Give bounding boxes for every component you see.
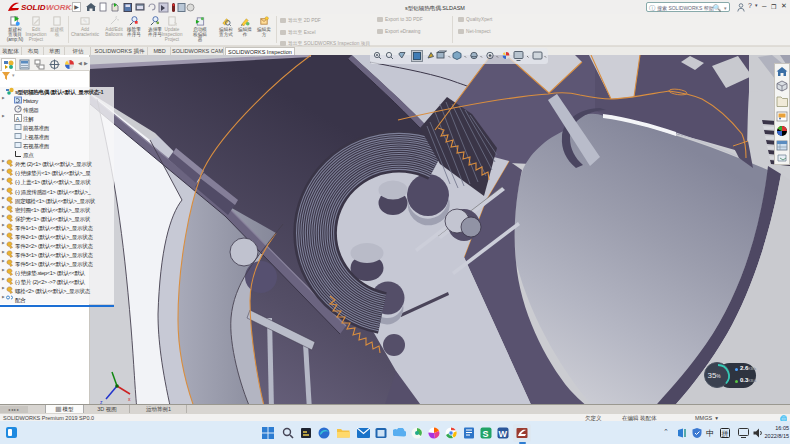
svg-text:W: W bbox=[499, 429, 508, 439]
svg-text:S: S bbox=[483, 429, 489, 439]
svg-text:A: A bbox=[16, 116, 20, 122]
svg-text:SOLID: SOLID bbox=[21, 3, 46, 12]
svg-text:✎: ✎ bbox=[83, 18, 88, 24]
svg-text:拼: 拼 bbox=[722, 430, 729, 437]
